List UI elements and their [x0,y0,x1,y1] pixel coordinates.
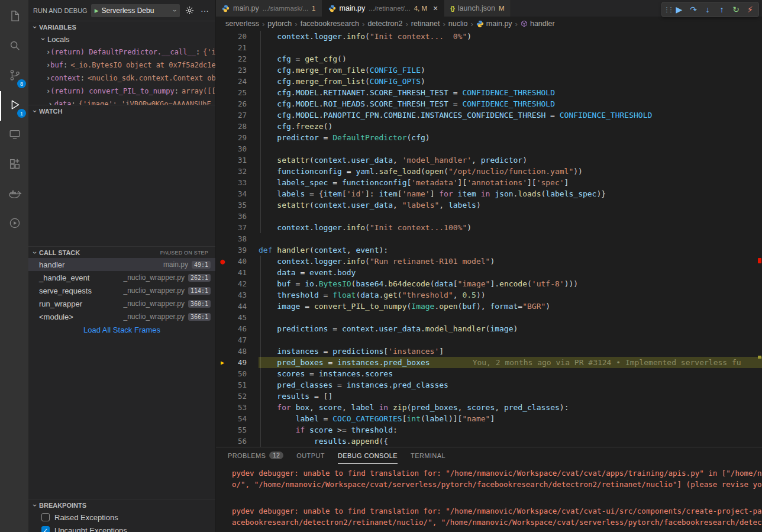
breakpoint-margin[interactable] [216,233,229,244]
breadcrumb-item-detectron2[interactable]: detectron2 [367,20,402,28]
activity-explorer[interactable] [0,2,28,32]
variable-row[interactable]: ›buf:<_io.BytesIO object at 0x7f5a2dc1ec… [28,59,215,72]
code-line-text[interactable]: buf = io.BytesIO(base64.b64decode(data["… [259,278,762,289]
variable-row[interactable]: ›context:<nuclio_sdk.context.Context obj… [28,72,215,85]
code-line-text[interactable] [259,143,762,154]
code-line-text[interactable] [259,233,762,244]
breakpoint-option-row[interactable]: ✓Uncaught Exceptions [28,524,215,532]
breakpoint-margin[interactable] [216,222,229,233]
breadcrumb-item-nuclio[interactable]: nuclio [448,20,468,28]
activity-search[interactable] [0,32,28,62]
breakpoint-margin[interactable] [216,346,229,357]
code-line-text[interactable]: label = COCO_CATEGORIES[int(label)]["nam… [259,413,762,424]
breakpoint-margin[interactable] [216,312,229,323]
breakpoint-margin[interactable] [216,413,229,424]
breakpoint-margin[interactable] [216,301,229,312]
debug-config-dropdown[interactable]: ▶ Serverless Debu › [91,4,180,17]
load-all-stack-frames-link[interactable]: Load All Stack Frames [28,323,215,336]
debug-gear-icon[interactable] [183,5,195,17]
breadcrumb-item-pytorch[interactable]: pytorch [267,20,292,28]
breakpoint-margin[interactable] [216,379,229,391]
variable-row[interactable]: ›data:{'image': 'iVBORw0KGo=AAAANSUhE… [28,98,215,105]
activity-run-and-debug[interactable]: 1 [0,91,28,121]
code-editor[interactable]: 20 context.logger.info("Init context... … [216,31,762,447]
activity-remote-explorer[interactable] [0,121,28,150]
code-line-text[interactable]: results = [] [259,391,762,402]
code-line-text[interactable]: context.logger.info("Run retinanet-R101 … [259,256,762,267]
stack-frame-row[interactable]: handlermain.py49:1 [28,258,215,271]
breakpoint-margin[interactable] [216,53,229,65]
start-debugging-icon[interactable]: ▶ [95,8,99,14]
code-line-text[interactable]: results.append({ [259,436,762,447]
code-line-text[interactable]: if score >= threshold: [259,424,762,436]
code-line-text[interactable]: labels_spec = functionconfig['metadata']… [259,177,762,188]
breakpoint-margin[interactable] [216,42,229,53]
disconnect-button[interactable]: ⚡ [743,2,757,17]
stack-frame-row[interactable]: _handle_event_nuclio_wrapper.py262:1 [28,271,215,284]
code-line-text[interactable]: def handler(context, event): [259,244,762,256]
variable-row[interactable]: ›(return) convert_PIL_to_numpy:array([[[… [28,85,215,98]
code-line-text[interactable]: instances = predictions['instances'] [259,346,762,357]
code-line-text[interactable]: threshold = float(data.get("threshold", … [259,289,762,301]
breakpoint-margin[interactable] [216,98,229,109]
code-line-text[interactable]: pred_classes = instances.pred_classes [259,379,762,391]
breakpoint-option-row[interactable]: Raised Exceptions [28,511,215,524]
breakpoint-margin[interactable] [216,188,229,199]
breakpoint-margin[interactable]: ▶ [216,357,229,368]
code-line-text[interactable]: image = convert_PIL_to_numpy(Image.open(… [259,301,762,312]
breakpoint-margin[interactable] [216,334,229,346]
code-line-text[interactable]: cfg.MODEL.ROI_HEADS.SCORE_THRESH_TEST = … [259,98,762,109]
code-line-text[interactable]: functionconfig = yaml.safe_load(open("/o… [259,166,762,177]
code-line-text[interactable]: cfg.MODEL.RETINANET.SCORE_THRESH_TEST = … [259,87,762,98]
code-line-text[interactable]: cfg.MODEL.PANOPTIC_FPN.COMBINE.INSTANCES… [259,109,762,121]
step-out-button[interactable]: ↑ [715,2,729,17]
breakpoint-margin[interactable] [216,368,229,379]
breakpoint-icon[interactable]: ● [220,256,225,267]
breakpoint-margin[interactable] [216,289,229,301]
breakpoint-margin[interactable] [216,424,229,436]
code-line-text[interactable] [259,211,762,222]
breadcrumb-item-retinanet[interactable]: retinanet [411,20,440,28]
breakpoint-margin[interactable] [216,31,229,42]
restart-button[interactable]: ↻ [729,2,743,17]
breakpoint-margin[interactable] [216,244,229,256]
code-line-text[interactable]: cfg = get_cfg() [259,53,762,65]
breakpoint-margin[interactable] [216,166,229,177]
breakpoint-margin[interactable] [216,199,229,211]
stack-frame-row[interactable]: serve_requests_nuclio_wrapper.py114:1 [28,284,215,297]
breadcrumb-item-serverless[interactable]: serverless [225,20,259,28]
panel-tab-terminal[interactable]: TERMINAL [411,447,445,464]
breakpoint-margin[interactable] [216,436,229,447]
breakpoint-margin[interactable] [216,278,229,289]
code-line-text[interactable]: for box, score, label in zip(pred_boxes,… [259,402,762,413]
code-line-text[interactable]: predictor = DefaultPredictor(cfg) [259,132,762,143]
scope-locals[interactable]: › Locals [28,33,215,46]
editor-tab-main-py[interactable]: main.py.../retinanet/...4, M× [322,0,445,17]
activity-source-control[interactable]: 8 [0,62,28,91]
code-line-text[interactable] [259,312,762,323]
breakpoint-margin[interactable] [216,143,229,154]
debug-console-output[interactable]: pydev debugger: unable to find translati… [216,464,762,532]
code-line-text[interactable]: cfg.freeze() [259,121,762,132]
stack-frame-row[interactable]: run_wrapper_nuclio_wrapper.py360:1 [28,297,215,310]
editor-tab-main-py[interactable]: main.py.../siammask/...1 [216,0,322,17]
step-over-button[interactable]: ↷ [686,2,700,17]
code-line-text[interactable]: cfg.merge_from_list(CONFIG_OPTS) [259,76,762,87]
code-line-text[interactable] [259,334,762,346]
breakpoint-margin[interactable] [216,154,229,166]
breakpoint-margin[interactable] [216,121,229,132]
code-line-text[interactable]: scores = instances.scores [259,368,762,379]
panel-tab-problems[interactable]: PROBLEMS12 [228,447,283,464]
checkbox-checked-icon[interactable]: ✓ [41,526,50,532]
editor-tab-launch-json[interactable]: {}launch.jsonM [444,0,511,17]
breakpoint-margin[interactable] [216,65,229,76]
more-actions-icon[interactable]: ··· [199,5,211,17]
watch-section-header[interactable]: › WATCH [28,105,215,117]
code-line-text[interactable] [259,42,762,53]
breakpoint-margin[interactable] [216,323,229,334]
panel-tab-output[interactable]: OUTPUT [296,447,325,464]
continue-button[interactable]: ▶ [672,2,686,17]
breakpoint-margin[interactable] [216,76,229,87]
checkbox-icon[interactable] [41,513,50,521]
close-icon[interactable]: × [433,4,438,13]
